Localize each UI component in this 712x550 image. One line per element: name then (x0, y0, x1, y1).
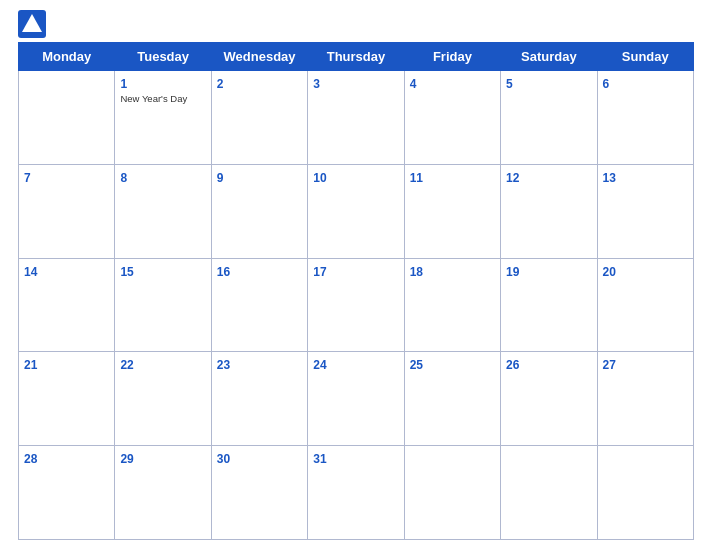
day-cell (19, 71, 115, 165)
day-number: 21 (24, 358, 37, 372)
day-cell: 15 (115, 258, 211, 352)
weekday-saturday: Saturday (501, 43, 597, 71)
day-number: 18 (410, 265, 423, 279)
week-row-4: 21222324252627 (19, 352, 694, 446)
day-number: 10 (313, 171, 326, 185)
day-number: 16 (217, 265, 230, 279)
logo-icon (18, 10, 46, 38)
day-number: 1 (120, 77, 127, 91)
day-number: 11 (410, 171, 423, 185)
day-cell: 7 (19, 164, 115, 258)
day-cell: 31 (308, 446, 404, 540)
day-number: 27 (603, 358, 616, 372)
day-cell (597, 446, 693, 540)
calendar: MondayTuesdayWednesdayThursdayFridaySatu… (18, 42, 694, 540)
holiday-label: New Year's Day (120, 93, 205, 104)
day-number: 25 (410, 358, 423, 372)
day-number: 19 (506, 265, 519, 279)
day-number: 23 (217, 358, 230, 372)
day-cell: 14 (19, 258, 115, 352)
weekday-tuesday: Tuesday (115, 43, 211, 71)
top-bar (18, 10, 694, 38)
weekday-friday: Friday (404, 43, 500, 71)
week-row-2: 78910111213 (19, 164, 694, 258)
day-number: 22 (120, 358, 133, 372)
week-row-1: 1New Year's Day23456 (19, 71, 694, 165)
week-row-3: 14151617181920 (19, 258, 694, 352)
day-number: 2 (217, 77, 224, 91)
day-cell: 22 (115, 352, 211, 446)
day-number: 17 (313, 265, 326, 279)
day-number: 13 (603, 171, 616, 185)
day-cell: 29 (115, 446, 211, 540)
logo (18, 10, 50, 38)
day-cell: 26 (501, 352, 597, 446)
day-cell: 28 (19, 446, 115, 540)
day-cell: 16 (211, 258, 307, 352)
weekday-header-row: MondayTuesdayWednesdayThursdayFridaySatu… (19, 43, 694, 71)
day-cell: 24 (308, 352, 404, 446)
day-cell: 8 (115, 164, 211, 258)
day-cell: 18 (404, 258, 500, 352)
day-cell: 19 (501, 258, 597, 352)
day-number: 24 (313, 358, 326, 372)
day-number: 30 (217, 452, 230, 466)
day-number: 3 (313, 77, 320, 91)
day-cell: 23 (211, 352, 307, 446)
day-cell: 2 (211, 71, 307, 165)
day-cell: 10 (308, 164, 404, 258)
day-number: 14 (24, 265, 37, 279)
day-number: 29 (120, 452, 133, 466)
weekday-thursday: Thursday (308, 43, 404, 71)
day-cell: 9 (211, 164, 307, 258)
day-cell: 21 (19, 352, 115, 446)
day-number: 12 (506, 171, 519, 185)
day-cell: 30 (211, 446, 307, 540)
day-number: 15 (120, 265, 133, 279)
day-cell: 25 (404, 352, 500, 446)
day-number: 8 (120, 171, 127, 185)
day-cell: 11 (404, 164, 500, 258)
day-number: 20 (603, 265, 616, 279)
day-number: 26 (506, 358, 519, 372)
day-number: 9 (217, 171, 224, 185)
weekday-wednesday: Wednesday (211, 43, 307, 71)
day-cell: 27 (597, 352, 693, 446)
day-cell: 12 (501, 164, 597, 258)
day-cell (404, 446, 500, 540)
day-number: 31 (313, 452, 326, 466)
day-cell: 5 (501, 71, 597, 165)
day-cell: 20 (597, 258, 693, 352)
week-row-5: 28293031 (19, 446, 694, 540)
day-cell: 3 (308, 71, 404, 165)
day-number: 5 (506, 77, 513, 91)
weekday-sunday: Sunday (597, 43, 693, 71)
day-cell: 4 (404, 71, 500, 165)
day-cell: 13 (597, 164, 693, 258)
day-cell: 1New Year's Day (115, 71, 211, 165)
weekday-monday: Monday (19, 43, 115, 71)
day-cell: 6 (597, 71, 693, 165)
day-number: 28 (24, 452, 37, 466)
day-number: 4 (410, 77, 417, 91)
day-cell: 17 (308, 258, 404, 352)
day-number: 6 (603, 77, 610, 91)
day-cell (501, 446, 597, 540)
day-number: 7 (24, 171, 31, 185)
